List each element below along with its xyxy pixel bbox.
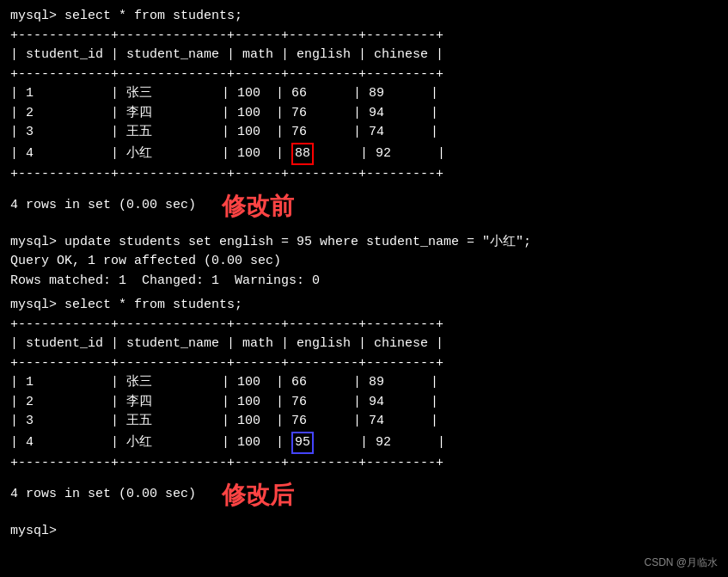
annotation-after: 修改后: [222, 477, 294, 513]
table1-header: | student_id | student_name | math | eng…: [10, 46, 718, 65]
watermark: CSDN @月临水: [644, 556, 718, 570]
annotation-before: 修改前: [222, 188, 294, 224]
table2-sep-mid: +------------+--------------+------+----…: [10, 354, 718, 374]
update-result2: Rows matched: 1 Changed: 1 Warnings: 0: [10, 272, 718, 292]
table2-row4: | 4 | 小红 | 100 | 95 | 92 |: [10, 432, 718, 455]
result2-text: 4 rows in set (0.00 sec): [10, 485, 196, 505]
table2-row3: | 3 | 王五 | 100 | 76 | 74 |: [10, 412, 718, 432]
table1-row1: | 1 | 张三 | 100 | 66 | 89 |: [10, 84, 718, 104]
highlight-english-before: 88: [291, 143, 314, 166]
table1-row4: | 4 | 小红 | 100 | 88 | 92 |: [10, 143, 718, 166]
table2-sep-bot: +------------+--------------+------+----…: [10, 454, 718, 474]
table1-row2: | 2 | 李四 | 100 | 76 | 94 |: [10, 104, 718, 124]
highlight-english-after: 95: [291, 432, 314, 455]
table1-sep-top: +------------+--------------+------+----…: [10, 27, 718, 46]
table2: +------------+--------------+------+----…: [10, 316, 718, 474]
table2-header: | student_id | student_name | math | eng…: [10, 335, 718, 354]
table2-row2: | 2 | 李四 | 100 | 76 | 94 |: [10, 393, 718, 413]
table1-row3: | 3 | 王五 | 100 | 76 | 74 |: [10, 123, 718, 143]
result1-text: 4 rows in set (0.00 sec): [10, 196, 196, 216]
query2-prompt: mysql> select * from students;: [10, 296, 718, 316]
query1-prompt: mysql> select * from students;: [10, 7, 718, 27]
table1: +------------+--------------+------+----…: [10, 27, 718, 185]
table2-row1: | 1 | 张三 | 100 | 66 | 89 |: [10, 373, 718, 393]
final-prompt: mysql>: [10, 522, 718, 542]
result2-row: 4 rows in set (0.00 sec) 修改后: [10, 477, 718, 513]
update-cmd: mysql> update students set english = 95 …: [10, 233, 718, 253]
table1-sep-mid: +------------+--------------+------+----…: [10, 65, 718, 85]
table1-sep-bot: +------------+--------------+------+----…: [10, 165, 718, 185]
result1-row: 4 rows in set (0.00 sec) 修改前: [10, 188, 718, 224]
terminal-window: mysql> select * from students; +--------…: [0, 0, 728, 548]
update-result1: Query OK, 1 row affected (0.00 sec): [10, 252, 718, 272]
table2-sep-top: +------------+--------------+------+----…: [10, 316, 718, 335]
